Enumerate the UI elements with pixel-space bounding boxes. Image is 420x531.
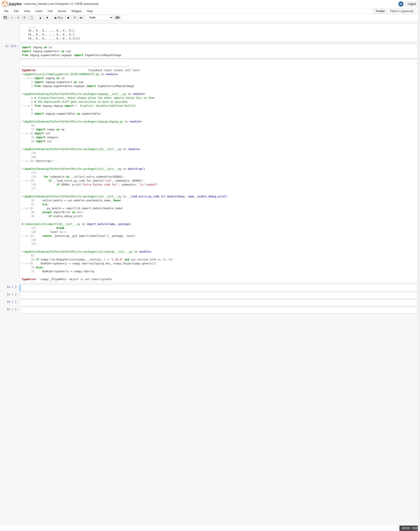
move-up-button[interactable]: ▲ <box>37 15 44 20</box>
empty-cell-2: In [ ]: <box>2 292 418 299</box>
separator-2 <box>51 15 52 20</box>
menu-insert[interactable]: Insert <box>33 9 45 14</box>
jupyter-icon <box>2 1 8 7</box>
traceback-prompt <box>2 59 20 283</box>
array-output-text: ...., [0., 0., 0., ..., 0., 0., 0.], [0.… <box>20 23 418 42</box>
kernel-name: Python 3 (ipykernel) <box>388 9 416 14</box>
save-button[interactable]: 💾 <box>2 15 9 20</box>
traceback-output: ----------------------------------------… <box>2 59 418 283</box>
traceback-content: ----------------------------------------… <box>20 59 418 283</box>
menu-edit[interactable]: Edit <box>12 9 21 14</box>
python-logo: Py <box>398 1 404 7</box>
cell-27: In [27]: import imgaug as ia import imga… <box>2 44 418 59</box>
restart-button[interactable]: ↺ <box>72 15 77 20</box>
empty-cell-4-content[interactable] <box>20 307 418 314</box>
cut-button[interactable]: ✂ <box>15 15 21 20</box>
empty-cell-2-content[interactable] <box>20 292 418 299</box>
svg-point-3 <box>4 5 5 6</box>
menu-widgets[interactable]: Widgets <box>69 9 84 14</box>
scrollbar[interactable] <box>418 0 420 526</box>
toolbar: 💾 + ✂ ⎘ 📋 ▲ ▼ ▶ Run ■ ↺ ⏭ Code Markdown … <box>0 14 420 21</box>
cell-type-select[interactable]: Code Markdown Raw NBConvert <box>87 15 113 20</box>
svg-point-0 <box>2 1 8 7</box>
empty-cell-2-input[interactable] <box>20 292 418 298</box>
array-output-cell: ...., [0., 0., 0., ..., 0., 0., 0.], [0.… <box>2 23 418 42</box>
add-cell-button[interactable]: + <box>9 15 15 20</box>
empty-cell-1-content[interactable] <box>20 285 418 291</box>
notebook: ...., [0., 0., 0., ..., 0., 0., 0.], [0.… <box>0 21 420 526</box>
traceback-text: ----------------------------------------… <box>20 59 418 283</box>
cell-27-content[interactable]: import imgaug as ia import imgaug.augmen… <box>20 44 418 59</box>
menu-view[interactable]: View <box>22 9 32 14</box>
restart-run-button[interactable]: ⏭ <box>78 15 84 20</box>
cell-27-input[interactable]: import imgaug as ia import imgaug.augmen… <box>20 44 418 59</box>
empty-cell-3: In [ ]: <box>2 300 418 306</box>
empty-cell-2-prompt: In [ ]: <box>2 292 20 299</box>
empty-cell-1-input[interactable] <box>20 285 418 291</box>
notebook-title: customize_dataset Last Checkpoint: 12 小时… <box>24 2 397 6</box>
menu-help[interactable]: Help <box>85 9 95 14</box>
separator-3 <box>85 15 86 20</box>
trusted-button[interactable]: Trusted <box>373 9 387 14</box>
empty-cell-4-input[interactable] <box>20 307 418 313</box>
empty-cell-1: In [ ]: <box>2 285 418 291</box>
jupyter-logo: jupyter <box>2 1 22 7</box>
cell-27-prompt: In [27]: <box>2 44 20 59</box>
output-prompt <box>2 23 20 42</box>
svg-point-1 <box>3 2 4 3</box>
logout-button[interactable]: Logout <box>405 1 418 6</box>
empty-cell-1-prompt: In [ ]: <box>2 285 20 291</box>
run-button[interactable]: ▶ Run <box>53 15 65 20</box>
interrupt-button[interactable]: ■ <box>65 15 71 20</box>
svg-point-2 <box>5 2 7 3</box>
jupyter-text: jupyter <box>9 2 22 6</box>
paste-button[interactable]: 📋 <box>28 15 35 20</box>
menu-file[interactable]: File <box>2 9 11 14</box>
topbar: jupyter customize_dataset Last Checkpoin… <box>0 0 420 8</box>
bottom-bar: 源代码 充值 <box>399 526 420 526</box>
empty-cell-4: In [ ]: <box>2 307 418 314</box>
menubar: File Edit View Insert Cell Kernel Widget… <box>0 8 420 14</box>
separator-1 <box>36 15 36 20</box>
empty-cell-3-input[interactable] <box>20 300 418 306</box>
empty-cell-4-prompt: In [ ]: <box>2 307 20 314</box>
empty-cell-3-prompt: In [ ]: <box>2 300 20 306</box>
keyboard-button[interactable]: ⌨ <box>114 15 121 20</box>
move-down-button[interactable]: ▼ <box>44 15 50 20</box>
empty-cell-3-content[interactable] <box>20 300 418 306</box>
menu-cell[interactable]: Cell <box>45 9 55 14</box>
copy-button[interactable]: ⎘ <box>22 15 27 20</box>
array-output-content: ...., [0., 0., 0., ..., 0., 0., 0.], [0.… <box>20 23 418 42</box>
menu-kernel[interactable]: Kernel <box>56 9 68 14</box>
